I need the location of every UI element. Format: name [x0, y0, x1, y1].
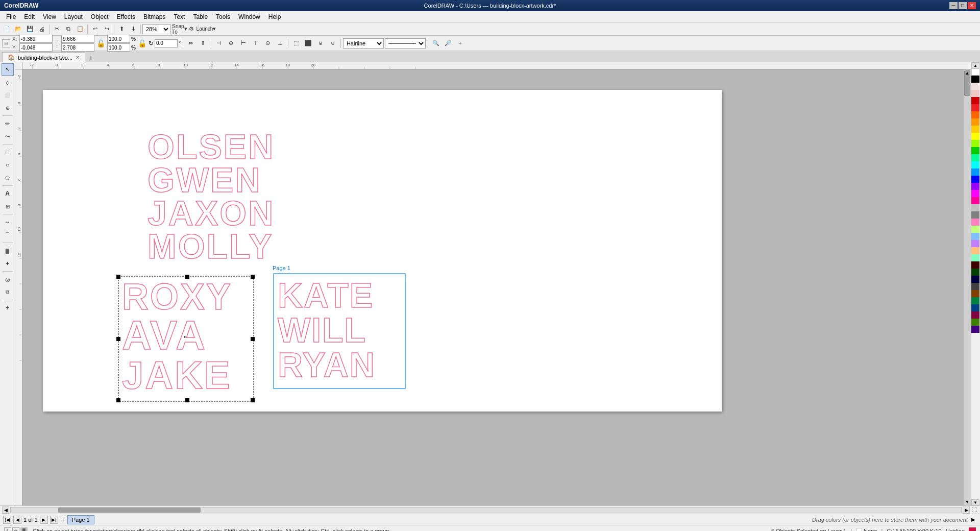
- color-swatch-9[interactable]: [971, 140, 979, 147]
- status-fill-icon[interactable]: ▓: [20, 527, 28, 532]
- zoom-in-button[interactable]: 🔍: [430, 38, 442, 49]
- v-scroll-up-button[interactable]: ▲: [964, 69, 971, 77]
- outline-color-select[interactable]: ────────: [385, 38, 426, 49]
- color-swatch-26[interactable]: [971, 261, 979, 269]
- tool-rectangle[interactable]: □: [2, 146, 14, 158]
- tool-fill[interactable]: ▓: [2, 245, 14, 257]
- color-swatch-18[interactable]: [971, 204, 979, 211]
- paste-button[interactable]: 📋: [75, 23, 86, 35]
- lock-scale-icon[interactable]: 🔓: [138, 39, 146, 47]
- snap-to-button[interactable]: Snap To▾: [174, 23, 185, 35]
- align-top-button[interactable]: ⊤: [250, 38, 261, 49]
- tool-connector[interactable]: ⌒: [2, 229, 14, 241]
- page-next-button[interactable]: ▶: [40, 516, 48, 524]
- color-store-right-button[interactable]: ▶: [970, 516, 977, 523]
- tool-table[interactable]: ⊞: [2, 200, 14, 212]
- break-button[interactable]: ⊍: [327, 38, 338, 49]
- color-swatch-10[interactable]: [971, 147, 979, 154]
- group-button[interactable]: ⬚: [290, 38, 302, 49]
- window-controls[interactable]: ─ □ ✕: [949, 2, 976, 9]
- tab-close-button[interactable]: ✕: [76, 55, 80, 60]
- import-button[interactable]: ⬆: [116, 23, 127, 35]
- mirror-h-button[interactable]: ⇔: [185, 38, 197, 49]
- scale-h-input[interactable]: [107, 43, 130, 52]
- tool-outline[interactable]: ◎: [2, 273, 14, 285]
- lock-ratio-icon[interactable]: 🔓: [96, 39, 105, 47]
- close-button[interactable]: ✕: [968, 2, 976, 9]
- status-pen-icon[interactable]: ✏: [12, 527, 19, 532]
- color-white[interactable]: [971, 68, 979, 76]
- align-middle-button[interactable]: ⊝: [262, 38, 274, 49]
- open-button[interactable]: 📂: [13, 23, 24, 35]
- h-scroll-left-button[interactable]: ◀: [2, 506, 9, 514]
- tool-dimension[interactable]: ↔: [2, 216, 14, 228]
- tool-zoom[interactable]: ⊕: [2, 102, 14, 114]
- v-scrollbar[interactable]: ▼ ▲: [964, 69, 971, 505]
- tool-selector[interactable]: ↖: [2, 63, 14, 76]
- color-swatch-16[interactable]: [971, 190, 979, 197]
- h-scroll-right-button[interactable]: ▶: [963, 506, 970, 514]
- color-swatch-32[interactable]: [971, 304, 979, 311]
- color-swatch-23[interactable]: [971, 240, 979, 247]
- color-swatch-28[interactable]: [971, 276, 979, 283]
- print-button[interactable]: 🖨: [36, 23, 47, 35]
- menu-file[interactable]: File: [2, 11, 20, 22]
- color-swatch-33[interactable]: [971, 311, 979, 319]
- scale-w-input[interactable]: [107, 35, 130, 43]
- copy-button[interactable]: ⧉: [63, 23, 74, 35]
- palette-scroll-up[interactable]: ▲: [971, 62, 979, 68]
- color-fill-swatch[interactable]: [969, 527, 976, 532]
- launch-button[interactable]: Launch▾: [201, 23, 212, 35]
- color-swatch-11[interactable]: [971, 154, 979, 161]
- menu-text[interactable]: Text: [169, 11, 189, 22]
- tool-smart[interactable]: 〜: [2, 130, 14, 142]
- menu-object[interactable]: Object: [87, 11, 113, 22]
- color-swatch-3[interactable]: [971, 97, 979, 104]
- color-swatch-8[interactable]: [971, 133, 979, 140]
- menu-effects[interactable]: Effects: [113, 11, 139, 22]
- x-input[interactable]: [19, 35, 53, 43]
- tool-eyedropper[interactable]: ✦: [2, 257, 14, 270]
- color-swatch-21[interactable]: [971, 226, 979, 233]
- menu-edit[interactable]: Edit: [20, 11, 39, 22]
- color-swatch-17[interactable]: [971, 197, 979, 204]
- combine-button[interactable]: ⊌: [315, 38, 326, 49]
- tool-ellipse[interactable]: ○: [2, 159, 14, 171]
- color-swatch-24[interactable]: [971, 247, 979, 254]
- color-swatch-2[interactable]: [971, 90, 979, 97]
- color-swatch-35[interactable]: [971, 326, 979, 333]
- color-swatch-4[interactable]: [971, 104, 979, 111]
- color-swatch-5[interactable]: [971, 111, 979, 118]
- color-swatch-29[interactable]: [971, 283, 979, 290]
- tool-polygon[interactable]: ⬠: [2, 172, 14, 184]
- color-swatch-31[interactable]: [971, 297, 979, 304]
- menu-window[interactable]: Window: [234, 11, 264, 22]
- new-button[interactable]: 📄: [1, 23, 12, 35]
- y-input[interactable]: [19, 43, 53, 52]
- menu-table[interactable]: Table: [189, 11, 212, 22]
- tab-add-button[interactable]: +: [86, 53, 95, 62]
- color-swatch-12[interactable]: [971, 161, 979, 168]
- page-add-button[interactable]: +: [61, 516, 65, 524]
- options-button[interactable]: ⚙: [186, 23, 197, 35]
- zoom-level-select[interactable]: 28% 50% 100%: [142, 24, 170, 34]
- menu-view[interactable]: View: [39, 11, 60, 22]
- menu-layout[interactable]: Layout: [60, 11, 87, 22]
- color-black[interactable]: [971, 76, 979, 83]
- color-swatch-19[interactable]: [971, 211, 979, 219]
- palette-scroll-down[interactable]: ▼: [971, 499, 979, 505]
- redo-button[interactable]: ↪: [101, 23, 112, 35]
- zoom-fit-button[interactable]: ⛶: [971, 506, 978, 514]
- tool-text[interactable]: A: [2, 187, 14, 200]
- fill-color-indicator[interactable]: [856, 528, 862, 532]
- height-input[interactable]: [61, 43, 94, 52]
- minimize-button[interactable]: ─: [949, 2, 958, 9]
- v-scroll-down-button[interactable]: ▼: [964, 498, 971, 505]
- color-swatch-30[interactable]: [971, 290, 979, 297]
- color-swatch-27[interactable]: [971, 269, 979, 276]
- page-prev-button[interactable]: ◀: [13, 516, 21, 524]
- undo-button[interactable]: ↩: [89, 23, 101, 35]
- cut-button[interactable]: ✂: [51, 23, 62, 35]
- tool-crop[interactable]: ⬜: [2, 89, 14, 101]
- align-right-button[interactable]: ⊢: [238, 38, 249, 49]
